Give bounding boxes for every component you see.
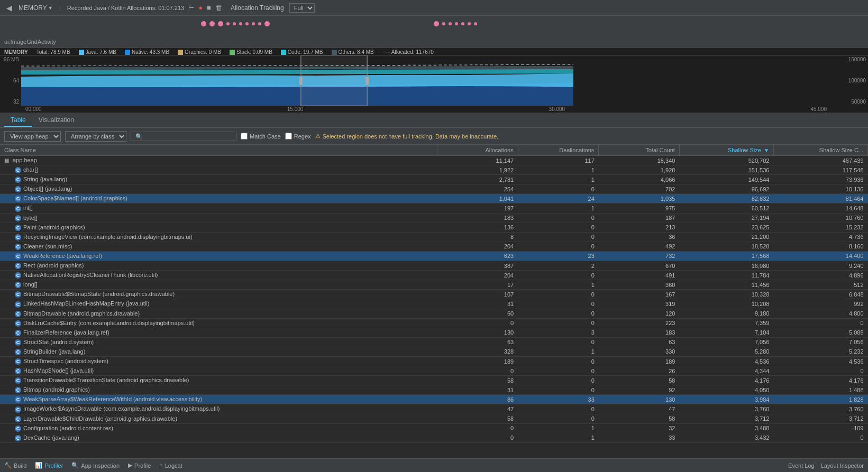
row-total: 213 (599, 223, 680, 232)
table-row[interactable]: Cchar[]1,92211,928151,536117,548 (0, 165, 868, 175)
recording-label: Recorded Java / Kotlin Allocations: 01:0… (67, 5, 184, 11)
table-row[interactable]: CRect (android.graphics)387267016,0809,2… (0, 261, 868, 271)
native-legend: Native: 43.3 MB (125, 49, 169, 55)
col-header-classname[interactable]: Class Name (0, 145, 437, 156)
layout-inspector-tab[interactable]: Layout Inspector (821, 462, 864, 469)
row-shallowc: 10,136 (773, 184, 867, 194)
table-row[interactable]: CFinalizerReference (java.lang.ref)13031… (0, 328, 868, 337)
search-input[interactable] (131, 132, 236, 141)
full-dropdown[interactable]: Full (289, 3, 315, 13)
table-row[interactable]: CWeakReference (java.lang.ref)6232373217… (0, 251, 868, 261)
table-row[interactable]: CLayerDrawable$ChildDrawable (android.gr… (0, 414, 868, 423)
row-deallocations: 0 (518, 232, 599, 242)
regex-label: Regex (294, 133, 311, 140)
table-row[interactable]: CConfiguration (android.content.res)0132… (0, 423, 868, 433)
graphics-legend: Graphics: 0 MB (178, 49, 221, 55)
class-name-text: ImageWorker$AsyncDrawable (com.example.a… (23, 405, 220, 412)
table-row[interactable]: CImageWorker$AsyncDrawable (com.example.… (0, 404, 868, 414)
row-shallow: 4,050 (679, 385, 773, 395)
others-legend: Others: 8.4 MB (332, 49, 374, 55)
col-header-allocations[interactable]: Allocations (437, 145, 518, 156)
alloc-tracking-label: Allocation Tracking (231, 4, 284, 12)
row-classname: CDexCache (java.lang) (0, 433, 437, 442)
bottom-app-inspection-tab[interactable]: 🔍 App Inspection (71, 462, 120, 469)
class-name-text: StringBuilder (java.lang) (23, 348, 85, 355)
match-case-checkbox[interactable] (241, 133, 248, 140)
table-row[interactable]: CDexCache (java.lang)01333,4320 (0, 433, 868, 442)
arrange-by-class-dropdown[interactable]: Arrange by class (65, 131, 126, 142)
table-row[interactable]: CTransitionDrawable$TransitionState (and… (0, 376, 868, 385)
app-heap-icon: ▦ (4, 158, 11, 164)
class-icon: C (15, 425, 21, 432)
row-shallowc: 5,088 (773, 328, 867, 337)
stop-icon[interactable]: ■ (207, 4, 211, 12)
table-row[interactable]: CColorSpace$Named[] (android.graphics)1,… (0, 194, 868, 203)
regex-checkbox[interactable] (285, 133, 292, 140)
tab-visualization[interactable]: Visualization (32, 114, 80, 127)
table-row[interactable]: CBitmapDrawable$BitmapState (android.gra… (0, 290, 868, 299)
regex-checkbox-label[interactable]: Regex (285, 133, 311, 140)
bookmark-icon[interactable]: ⊢ (188, 4, 194, 12)
row-classname: CTransitionDrawable$TransitionState (and… (0, 376, 437, 385)
row-shallowc: 10,760 (773, 213, 867, 223)
memory-dropdown[interactable]: MEMORY ▼ (19, 4, 53, 12)
profiler-label: Profiler (44, 462, 63, 469)
row-total: 183 (599, 328, 680, 337)
time-30: 30.000 (549, 106, 565, 112)
table-row[interactable]: CRecyclingImageView (com.example.android… (0, 232, 868, 242)
data-table-container[interactable]: Class Name Allocations Deallocations Tot… (0, 145, 868, 458)
row-deallocations: 33 (518, 395, 599, 404)
class-name-text: char[] (23, 166, 38, 173)
table-row[interactable]: CString (java.lang)2,78114,066149,54473,… (0, 175, 868, 184)
class-name-text: String (java.lang) (23, 176, 67, 182)
table-row[interactable]: CNativeAllocationRegistry$CleanerThunk (… (0, 271, 868, 280)
table-row[interactable]: CLinkedHashMap$LinkedHashMapEntry (java.… (0, 299, 868, 309)
table-row[interactable]: CStringBuilder (java.lang)32813305,2805,… (0, 347, 868, 356)
table-row[interactable]: CStructTimespec (android.system)18901894… (0, 356, 868, 366)
table-row[interactable]: CBitmap (android.graphics)310924,0501,48… (0, 385, 868, 395)
table-row[interactable]: CBitmapDrawable (android.graphics.drawab… (0, 309, 868, 318)
event-log-tab[interactable]: Event Log (788, 462, 815, 469)
table-row[interactable]: CHashMap$Node[] (java.util)00264,3440 (0, 366, 868, 376)
tab-table[interactable]: Table (4, 114, 32, 127)
class-name-text: long[] (23, 281, 38, 288)
bottom-build-tab[interactable]: 🔨 Build (4, 462, 26, 469)
row-shallowc: 4,800 (773, 309, 867, 318)
bottom-profiler-tab[interactable]: 📊 Profiler (35, 462, 63, 469)
right-label-2: 100000 (833, 78, 866, 84)
table-row[interactable]: CCleaner (sun.misc)204049218,5288,160 (0, 242, 868, 251)
col-header-shallow-size-c[interactable]: Shallow Size C... (773, 145, 867, 156)
table-row[interactable]: ▦app heap11,14711718,340920,702467,439 (0, 156, 868, 165)
table-row[interactable]: CStructStat (android.system)630637,0567,… (0, 337, 868, 347)
code-value: Code: 19.7 MB (288, 49, 323, 55)
record-icon[interactable]: ● (198, 4, 203, 12)
row-total: 58 (599, 376, 680, 385)
table-row[interactable]: Clong[]17136011,456512 (0, 280, 868, 290)
delete-icon[interactable]: 🗑 (215, 4, 222, 12)
table-row[interactable]: Cbyte[]183018727,19410,760 (0, 213, 868, 223)
memory-chevron-icon[interactable]: ▼ (48, 5, 53, 11)
table-row[interactable]: CObject[] (java.lang)254070296,69210,136 (0, 184, 868, 194)
row-classname: CNativeAllocationRegistry$CleanerThunk (… (0, 271, 437, 280)
match-case-checkbox-label[interactable]: Match Case (241, 133, 281, 140)
col-header-deallocations[interactable]: Deallocations (518, 145, 599, 156)
y-axis-labels: 96 MB 64 32 (0, 55, 21, 106)
col-header-shallow-size[interactable]: Shallow Size ▼ (679, 145, 773, 156)
row-shallowc: 0 (773, 318, 867, 328)
col-header-total-count[interactable]: Total Count (599, 145, 680, 156)
native-value: Native: 43.3 MB (132, 49, 169, 55)
view-app-heap-dropdown[interactable]: View app heap (4, 131, 61, 142)
logcat-label: Logcat (165, 462, 182, 469)
class-icon: C (15, 406, 21, 413)
chart-svg-container[interactable] (21, 55, 831, 106)
row-shallow: 7,104 (679, 328, 773, 337)
table-row[interactable]: CDiskLruCache$Entry (com.example.android… (0, 318, 868, 328)
table-row[interactable]: CWeakSparseArray$WeakReferenceWithId (an… (0, 395, 868, 404)
bottom-logcat-tab[interactable]: ≡ Logcat (159, 462, 182, 469)
bottom-profile-tab[interactable]: ▶ Profile (128, 462, 151, 469)
back-button[interactable]: ◀ (4, 3, 14, 13)
row-classname: CString (java.lang) (0, 175, 437, 184)
table-row[interactable]: CPaint (android.graphics)136021323,62515… (0, 223, 868, 232)
table-row[interactable]: Cint[]197197560,51214,648 (0, 203, 868, 213)
class-icon: C (15, 291, 21, 298)
